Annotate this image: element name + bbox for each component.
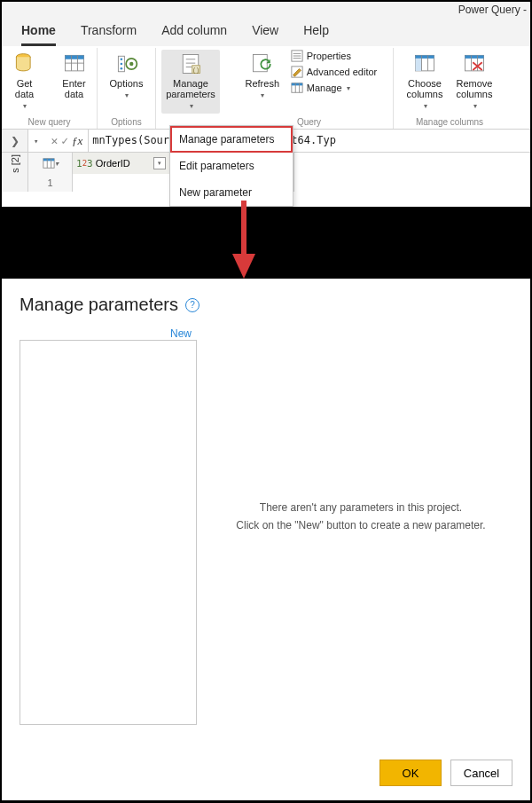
column-filter-icon[interactable]: ▾ [153,157,166,169]
help-icon[interactable]: ? [185,298,200,312]
manage-parameters-button[interactable]: ( ) Manage parameters▾ [161,50,220,114]
advanced-editor-icon [291,66,303,78]
chevron-down-icon: ▾ [23,101,27,112]
options-button[interactable]: Options▾ [106,50,148,101]
cancel-formula-icon[interactable]: ✕ [51,134,58,147]
svg-rect-29 [416,55,434,59]
options-label: Options [110,78,144,89]
get-data-label: Get data [15,78,34,99]
group-new-query: Get data▾ Enter data New query [2,48,98,129]
ribbon: Get data▾ Enter data New query Options▾ … [2,46,530,130]
ribbon-tabs: Home Transform Add column View Help [2,18,530,46]
menu-item-manage-parameters[interactable]: Manage parameters [170,126,293,153]
parameters-icon: ( ) [178,51,203,76]
tab-help[interactable]: Help [303,23,329,46]
tab-add-column[interactable]: Add column [161,23,227,46]
arrow-annotation [231,201,257,280]
choose-columns-label: Choose columns [407,78,443,99]
query-mini-buttons: Properties Advanced editor Manage ▾ [291,50,378,94]
chevron-down-icon: ▾ [473,101,477,112]
formula-controls: ▾ ✕ ✓ ƒx [28,130,89,152]
formula-input[interactable]: mnTypes(Source, {{"OrderID", Int64.Typ [89,130,530,152]
manage-parameters-label: Manage parameters [166,78,215,99]
commit-formula-icon[interactable]: ✓ [61,134,68,147]
group-options-label: Options [103,117,150,127]
dialog-title-row: Manage parameters ? [20,295,512,315]
queries-side-pane[interactable]: s [2] [2,153,28,174]
dialog-buttons: OK Cancel [20,760,512,786]
column-header-orderid-label: OrderID [96,158,130,169]
column-header-orderid[interactable]: 123 OrderID ▾ [73,153,170,174]
refresh-button[interactable]: Refresh▾ [241,50,284,101]
svg-rect-40 [43,159,53,161]
group-new-query-label: New query [7,117,91,127]
choose-columns-icon [412,51,437,76]
new-link-row: New [20,327,512,340]
group-query: Refresh▾ Properties Advanced editor Mana… [225,48,394,129]
chevron-down-icon: ▾ [347,84,350,92]
svg-rect-30 [416,59,422,71]
database-icon [12,51,37,76]
svg-point-9 [120,67,122,70]
remove-columns-label: Remove columns [457,78,493,99]
cell-orderid[interactable] [73,174,170,192]
group-parameters: ( ) Manage parameters▾ [156,48,225,129]
svg-text:( ): ( ) [193,67,200,74]
tab-view[interactable]: View [252,23,278,46]
queries-side-pane-label: s [2] [10,154,20,173]
parameters-listbox[interactable] [20,340,197,725]
chevron-down-icon: ▾ [261,91,264,101]
remove-columns-icon [462,51,487,76]
dialog-body: There aren't any parameters in this proj… [20,340,512,747]
properties-label: Properties [307,51,351,61]
empty-state-line1: There aren't any parameters in this proj… [260,500,462,516]
group-options: Options▾ Options [98,48,156,129]
row-number: 1 [28,174,73,192]
advanced-editor-button[interactable]: Advanced editor [291,66,378,78]
svg-rect-2 [65,55,83,59]
enter-data-button[interactable]: Enter data [53,50,96,99]
refresh-label: Refresh [245,78,279,89]
manage-label: Manage [307,83,342,93]
choose-columns-button[interactable]: Choose columns▾ [403,50,446,112]
svg-rect-34 [466,55,484,59]
properties-button[interactable]: Properties [291,50,378,62]
tab-home[interactable]: Home [21,23,56,46]
chevron-down-icon: ▾ [190,101,193,112]
svg-point-8 [120,63,122,66]
table-icon [62,51,87,76]
chevron-down-icon: ▾ [125,91,129,101]
chevron-down-icon[interactable]: ▾ [34,137,38,146]
manage-parameters-menu: Manage parameters Edit parameters New pa… [169,125,293,207]
refresh-icon [250,51,275,76]
enter-data-label: Enter data [62,78,85,99]
get-data-button[interactable]: Get data▾ [4,50,46,112]
dialog-title: Manage parameters [20,295,178,315]
svg-point-7 [120,58,122,60]
svg-marker-44 [232,254,255,279]
window-title: Power Query - [2,2,530,18]
new-parameter-link[interactable]: New [20,327,197,340]
row-number-header: ▾ [28,153,73,174]
svg-rect-25 [292,83,302,86]
ok-button[interactable]: OK [379,760,442,786]
empty-state-line2: Click on the "New" button to create a ne… [236,517,485,534]
group-manage-columns-label: Manage columns [399,117,500,127]
table-corner-icon[interactable] [43,157,55,169]
tab-transform[interactable]: Transform [81,23,137,46]
remove-columns-button[interactable]: Remove columns▾ [453,50,496,112]
queries-pane-toggle[interactable]: ❯ [2,130,28,152]
cancel-button[interactable]: Cancel [450,760,512,786]
power-query-window: Power Query - Home Transform Add column … [2,2,530,207]
number-type-icon: 123 [76,158,93,169]
group-manage-columns: Choose columns▾ Remove columns▾ Manage c… [394,48,505,129]
empty-state-message: There aren't any parameters in this proj… [209,340,512,747]
manage-icon [291,82,303,94]
menu-item-edit-parameters[interactable]: Edit parameters [170,153,293,179]
queries-side-pane-cont [2,174,28,192]
options-icon [114,51,139,76]
properties-icon [291,50,303,62]
advanced-editor-label: Advanced editor [307,67,378,77]
fx-icon[interactable]: ƒx [72,134,82,148]
manage-button[interactable]: Manage ▾ [291,82,378,94]
